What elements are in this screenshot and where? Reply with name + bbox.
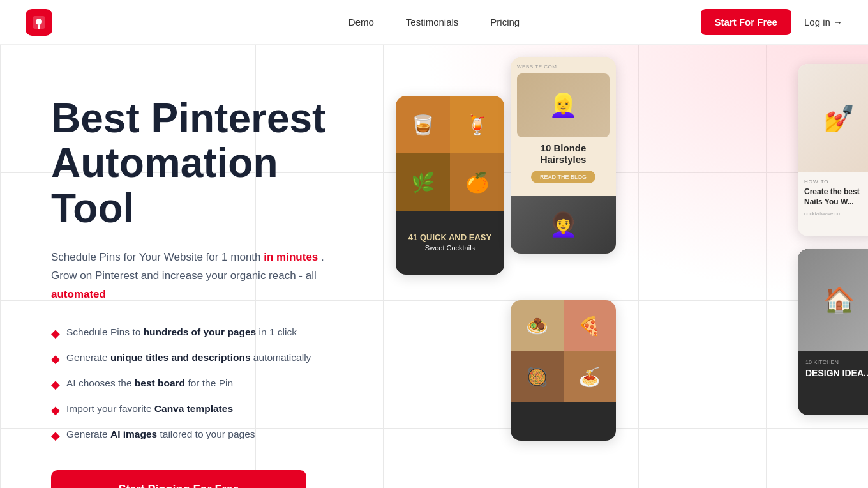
cocktails-image-grid: 🥃 🍹 🌿 🍊 — [396, 96, 504, 211]
bullet-icon-4: ◆ — [51, 402, 60, 419]
bullet-icon-5: ◆ — [51, 427, 60, 445]
food-img-4: 🍝 — [564, 351, 617, 402]
nails-image: 💅 — [798, 64, 868, 172]
blonde-site-label: WEBSITE.COM — [517, 64, 610, 70]
food-img-2: 🍕 — [564, 300, 617, 351]
cocktail-img-1: 🥃 — [396, 96, 450, 153]
nails-text-area: HOW TO Create the best Nails You W... co… — [798, 172, 868, 223]
feature-item-1: ◆ Schedule Pins to hundreds of your page… — [51, 324, 332, 342]
subtitle-highlight-minutes: in minutes — [264, 251, 318, 263]
blonde-read-blog-btn[interactable]: READ THE BLOG — [531, 171, 595, 183]
feature-text-4: Import your favorite Canva templates — [66, 401, 233, 416]
feature-text-1: Schedule Pins to hundreds of your pages … — [66, 324, 297, 339]
food-image-grid: 🧆 🍕 🥘 🍝 — [511, 300, 616, 402]
nav-start-free-button[interactable]: Start For Free — [701, 9, 791, 35]
blonde-card-title: 10 Blonde Hairstyles — [517, 142, 610, 171]
cocktails-label-top: 41 QUICK AND EASY — [408, 233, 491, 243]
cocktails-label: 41 QUICK AND EASY Sweet Cocktails — [396, 211, 504, 275]
nav-right: Start For Free Log in → — [701, 9, 842, 35]
bullet-icon-1: ◆ — [51, 325, 60, 342]
feature-text-2: Generate unique titles and descriptions … — [66, 350, 311, 365]
blonde-image-bottom: 👩‍🦱 — [511, 196, 616, 254]
card-kitchen: 🏠 10 KITCHEN DESIGN IDEA... — [798, 249, 868, 415]
cocktails-label-bottom: Sweet Cocktails — [425, 243, 475, 252]
nav-link-pricing[interactable]: Pricing — [490, 17, 520, 27]
feature-item-3: ◆ AI chooses the best board for the Pin — [51, 376, 332, 393]
food-card-bottom — [511, 402, 616, 441]
feature-item-5: ◆ Generate AI images tailored to your pa… — [51, 427, 332, 445]
kitchen-card-title: DESIGN IDEA... — [805, 368, 868, 379]
cocktail-img-2: 🍹 — [450, 96, 504, 153]
feature-text-3: AI chooses the best board for the Pin — [66, 376, 233, 390]
nails-how-label: HOW TO — [804, 179, 868, 185]
nav-link-testimonials[interactable]: Testimonials — [406, 17, 459, 27]
blonde-header: WEBSITE.COM 👱‍♀️ 10 Blonde Hairstyles RE… — [511, 57, 616, 196]
navigation: Demo Testimonials Pricing Start For Free… — [0, 0, 868, 45]
feature-list: ◆ Schedule Pins to hundreds of your page… — [51, 324, 332, 445]
nav-link-demo[interactable]: Demo — [348, 17, 374, 27]
hero-section: Best Pinterest Automation Tool Schedule … — [0, 45, 868, 488]
logo[interactable] — [26, 9, 52, 36]
card-cocktails: 🥃 🍹 🌿 🍊 41 QUICK AND EASY Sweet Cocktail… — [396, 96, 504, 275]
nails-site-label: cocktailwave.co... — [804, 211, 868, 217]
feature-text-5: Generate AI images tailored to your page… — [66, 427, 255, 441]
cocktail-img-3: 🌿 — [396, 153, 450, 211]
kitchen-tag-label: 10 KITCHEN — [805, 359, 868, 365]
hero-subtitle: Schedule Pins for Your Website for 1 mon… — [51, 248, 332, 304]
feature-item-2: ◆ Generate unique titles and description… — [51, 350, 332, 368]
kitchen-image: 🏠 — [798, 249, 868, 351]
cocktail-img-4: 🍊 — [450, 153, 504, 211]
hero-cta-button[interactable]: Start Pinning For Free — [51, 470, 306, 488]
hero-title: Best Pinterest Automation Tool — [51, 96, 332, 231]
kitchen-label-area: 10 KITCHEN DESIGN IDEA... — [798, 351, 868, 386]
card-blonde-hairstyles: WEBSITE.COM 👱‍♀️ 10 Blonde Hairstyles RE… — [511, 57, 616, 254]
feature-item-4: ◆ Import your favorite Canva templates — [51, 401, 332, 419]
nav-login-button[interactable]: Log in → — [804, 17, 842, 27]
svg-point-1 — [36, 19, 42, 25]
card-nails: 💅 HOW TO Create the best Nails You W... … — [798, 64, 868, 236]
card-food: 🧆 🍕 🥘 🍝 — [511, 300, 616, 441]
subtitle-text-1: Schedule Pins for Your Website for 1 mon… — [51, 251, 261, 263]
blonde-image-top: 👱‍♀️ — [517, 73, 610, 137]
nav-links: Demo Testimonials Pricing — [348, 17, 520, 27]
bullet-icon-2: ◆ — [51, 351, 60, 368]
food-img-1: 🧆 — [511, 300, 564, 351]
subtitle-highlight-automated: automated — [51, 288, 106, 300]
hero-right-cards: 🥃 🍹 🌿 🍊 41 QUICK AND EASY Sweet Cocktail… — [357, 45, 868, 488]
hero-left-content: Best Pinterest Automation Tool Schedule … — [0, 45, 357, 488]
food-img-3: 🥘 — [511, 351, 564, 402]
bullet-icon-3: ◆ — [51, 376, 60, 393]
nails-card-title: Create the best Nails You W... — [804, 187, 868, 207]
